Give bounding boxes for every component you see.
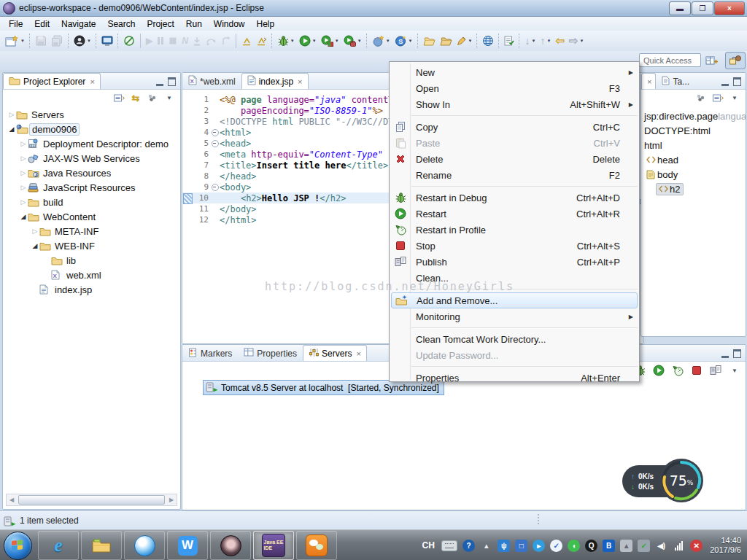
dropdown-caret-icon[interactable]: ▼	[335, 39, 339, 43]
outline-item-head[interactable]: head	[643, 152, 746, 167]
dropdown-caret-icon[interactable]: ▼	[409, 39, 413, 43]
new-wizard-button[interactable]: ▼	[3, 31, 27, 50]
tree-item-build[interactable]: ▷build	[3, 195, 180, 209]
quick-access-input[interactable]: Quick Access	[639, 53, 701, 67]
coverage-button[interactable]: ▼	[319, 31, 341, 50]
restore-button[interactable]: ❐	[692, 1, 713, 15]
open-perspective-icon[interactable]	[702, 52, 722, 69]
volume-icon[interactable]: ◀)	[655, 540, 667, 552]
publish-server-button[interactable]	[709, 364, 722, 377]
close-icon[interactable]: ×	[356, 349, 360, 358]
fold-column[interactable]	[210, 129, 220, 136]
dropdown-caret-icon[interactable]: ▼	[546, 39, 551, 43]
menu-item-monitoring[interactable]: Monitoring▶	[391, 308, 638, 324]
task-button[interactable]	[502, 31, 516, 50]
horizontal-scrollbar[interactable]: ◀ ▶	[6, 494, 177, 506]
fold-collapse-icon[interactable]	[212, 129, 219, 136]
open-resource-button[interactable]	[438, 31, 454, 50]
menu-item-clean-tomcat-work-directory[interactable]: Clean Tomcat Work Directory...	[391, 331, 638, 347]
usb-icon[interactable]: ψ	[498, 540, 510, 552]
web-service-button[interactable]: S▼	[392, 31, 415, 50]
disconnect-button[interactable]: N	[179, 31, 190, 50]
close-icon[interactable]: ×	[298, 77, 302, 86]
terminate-button[interactable]	[166, 31, 179, 50]
tab-markers[interactable]: Markers	[182, 345, 238, 361]
menu-item-restart-in-profile[interactable]: Restart in Profile	[391, 222, 638, 238]
menu-item-add-and-remove[interactable]: Add and Remove...	[391, 292, 638, 308]
menubar-item-help[interactable]: Help	[251, 18, 281, 31]
tab-properties[interactable]: Properties	[238, 345, 303, 361]
view-menu-icon[interactable]: ▼	[728, 91, 741, 104]
maximize-view-icon[interactable]	[733, 349, 741, 358]
tree-item-web-inf[interactable]: ◢WEB-INF	[3, 238, 180, 253]
view-menu-icon[interactable]: ▼	[728, 364, 741, 377]
stop-server-button[interactable]	[690, 364, 703, 377]
close-button[interactable]: ×	[714, 1, 745, 15]
dropdown-caret-icon[interactable]: ▼	[580, 39, 584, 43]
taskbar-eclipse[interactable]: Java EEIDE	[253, 531, 294, 560]
mark-occurrences-button[interactable]: ▼	[454, 31, 475, 50]
editor-tab-index-jsp[interactable]: index.jsp×	[241, 73, 309, 89]
account-button[interactable]: ▼	[71, 31, 93, 50]
menu-item-stop[interactable]: StopCtrl+Alt+S	[391, 238, 638, 254]
minimize-view-icon[interactable]	[156, 84, 163, 86]
run-history-button[interactable]	[254, 31, 269, 50]
tree-item-index-jsp[interactable]: index.jsp	[3, 282, 180, 297]
tree-item-demo0906[interactable]: ◢Jdemo0906	[3, 122, 180, 136]
outline-item-body[interactable]: body	[643, 167, 746, 182]
scrollbar-thumb[interactable]	[18, 495, 165, 505]
menu-item-restart[interactable]: RestartCtrl+Alt+R	[391, 206, 638, 222]
run-last-button[interactable]	[239, 31, 254, 50]
qq-icon[interactable]: Q	[585, 540, 597, 552]
tab-task-list[interactable]: Ta...	[656, 73, 695, 89]
tree-item-meta-inf[interactable]: ▷META-INF	[3, 224, 180, 238]
close-icon[interactable]: ×	[647, 77, 651, 86]
profile-server-button[interactable]	[671, 364, 684, 377]
expand-arrow-icon[interactable]: ▷	[19, 184, 28, 191]
fold-column[interactable]	[210, 184, 220, 191]
dropdown-caret-icon[interactable]: ▼	[468, 39, 473, 43]
expand-arrow-icon[interactable]: ▷	[19, 140, 28, 147]
save-all-button[interactable]	[49, 31, 66, 50]
statusbar-grip[interactable]	[538, 514, 539, 524]
taskbar-clock[interactable]: 14:40 2017/9/6	[707, 536, 747, 555]
javaee-perspective-icon[interactable]	[725, 52, 746, 69]
keyboard-icon[interactable]	[441, 540, 457, 551]
collapse-all-icon[interactable]	[112, 91, 125, 104]
fold-collapse-icon[interactable]	[212, 184, 219, 191]
fold-collapse-icon[interactable]	[212, 140, 219, 147]
tree-item-deployment-descriptor-demo[interactable]: ▷3.1Deployment Descriptor: demo	[3, 136, 180, 151]
collapse-all-icon[interactable]	[711, 91, 724, 104]
usb-safe-icon[interactable]: ✓	[638, 540, 650, 552]
start-button[interactable]	[4, 532, 32, 560]
tree-item-web-xml[interactable]: Xweb.xml	[3, 268, 180, 282]
tree-item-lib[interactable]: lib	[3, 253, 180, 268]
collapse-arrow-icon[interactable]: ◢	[19, 213, 28, 220]
menu-item-open[interactable]: OpenF3	[391, 80, 638, 96]
taskbar-qq-browser[interactable]	[124, 531, 165, 560]
maximize-view-icon[interactable]	[733, 77, 741, 86]
menu-item-paste[interactable]: PasteCtrl+V	[391, 135, 638, 151]
maximize-view-icon[interactable]	[168, 77, 176, 86]
bird-icon[interactable]: ▸	[533, 540, 545, 552]
step-into-button[interactable]	[190, 31, 204, 50]
tab-servers[interactable]: Servers×	[303, 345, 367, 361]
debug-button[interactable]: ▼	[275, 31, 297, 50]
menubar-item-navigate[interactable]: Navigate	[55, 18, 101, 31]
tray-expand-icon[interactable]: ▴	[480, 540, 492, 552]
external-tools-button[interactable]: ▼	[341, 31, 364, 50]
menubar-item-run[interactable]: Run	[180, 18, 208, 31]
menubar-item-project[interactable]: Project	[141, 18, 179, 31]
dropdown-caret-icon[interactable]: ▼	[290, 39, 295, 43]
focus-icon[interactable]	[694, 91, 708, 104]
expand-arrow-icon[interactable]: ▷	[19, 155, 28, 162]
step-over-button[interactable]	[204, 31, 219, 50]
view-menu-icon[interactable]: ▼	[163, 91, 176, 104]
outline-item-doctype-html[interactable]: DOCTYPE:html	[643, 123, 746, 138]
save-button[interactable]	[33, 31, 49, 50]
dropdown-caret-icon[interactable]: ▼	[531, 39, 535, 43]
play-server-button[interactable]	[652, 364, 665, 377]
step-return-button[interactable]	[219, 31, 233, 50]
dropdown-caret-icon[interactable]: ▼	[312, 39, 317, 43]
removable-device-icon[interactable]: ▲	[620, 540, 632, 552]
